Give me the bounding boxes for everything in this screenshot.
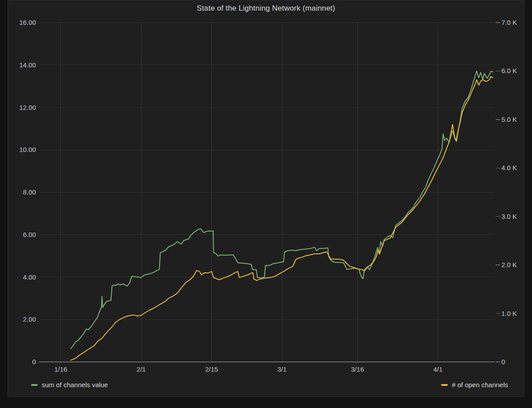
legend-item-open-channels[interactable]: # of open channels	[441, 381, 508, 389]
x-tick-label: 3/16	[351, 365, 364, 373]
legend-item-sum-of-channels-value[interactable]: sum of channels value	[31, 381, 108, 389]
y-left-tick-label: 0	[32, 358, 36, 365]
y-right-tick-label: 5.0 K	[501, 116, 517, 123]
y-right-tick-label: 7.0 K	[501, 19, 517, 26]
y-right-tick-label: 0	[501, 358, 505, 365]
series-line-open-channels	[71, 77, 493, 360]
y-left-tick-label: 14.00	[19, 61, 36, 69]
x-tick-label: 2/1	[137, 365, 146, 373]
y-right-tick-label: 2.0 K	[501, 261, 517, 268]
y-axis-left-labels: 16.0014.0012.0010.008.006.004.002.000	[19, 19, 36, 365]
y-left-tick-label: 8.00	[23, 188, 36, 196]
x-tick-label: 3/1	[278, 365, 287, 373]
y-axis-right-labels: 7.0 K6.0 K5.0 K4.0 K3.0 K2.0 K1.0 K0	[501, 19, 517, 365]
x-tick-label: 4/1	[433, 365, 442, 373]
grid-lines	[39, 23, 494, 362]
x-axis-labels: 1/162/12/153/13/164/1	[54, 365, 442, 373]
y-right-tick-label: 4.0 K	[501, 164, 517, 171]
legend: sum of channels value # of open channels	[31, 381, 508, 389]
x-tick-label: 2/15	[205, 365, 218, 373]
legend-swatch-green-icon	[31, 384, 38, 386]
legend-label-sum-of-channels-value: sum of channels value	[42, 381, 108, 389]
y-left-tick-label: 4.00	[23, 273, 36, 281]
legend-label-open-channels: # of open channels	[452, 381, 508, 389]
x-tick-label: 1/16	[54, 365, 67, 373]
y-left-tick-label: 10.00	[19, 146, 36, 153]
y-left-tick-label: 2.00	[23, 315, 36, 323]
y-right-tick-label: 1.0 K	[501, 310, 517, 317]
y-left-tick-label: 12.00	[19, 104, 36, 111]
y-right-tick-label: 3.0 K	[501, 213, 517, 220]
y-left-tick-label: 16.00	[19, 19, 36, 26]
y-left-tick-label: 6.00	[23, 231, 36, 238]
y-axis-right-ticks	[496, 23, 500, 362]
y-right-tick-label: 6.0 K	[501, 67, 517, 74]
legend-swatch-yellow-icon	[441, 384, 448, 386]
line-chart[interactable]: 16.0014.0012.0010.008.006.004.002.0007.0…	[0, 0, 532, 408]
series-line-sum-of-channels-value	[71, 71, 493, 349]
